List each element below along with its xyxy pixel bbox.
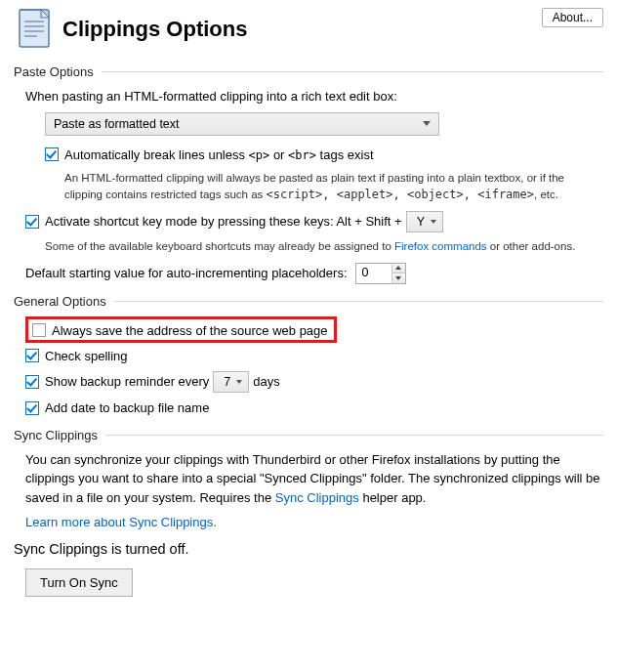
chevron-down-icon xyxy=(423,121,431,126)
check-spelling-checkbox[interactable] xyxy=(25,349,39,362)
turn-on-sync-button[interactable]: Turn On Sync xyxy=(25,568,133,597)
shortcut-key-select[interactable]: Y xyxy=(406,211,443,232)
add-date-label: Add date to backup file name xyxy=(45,399,209,418)
page-title: Clippings Options xyxy=(62,17,603,42)
check-spelling-label: Check spelling xyxy=(45,347,128,366)
sync-clippings-link[interactable]: Sync Clippings xyxy=(275,490,359,505)
backup-days-select[interactable]: 7 xyxy=(213,371,249,393)
learn-more-link[interactable]: Learn more about Sync Clippings. xyxy=(25,515,217,529)
paste-intro-label: When pasting an HTML-formatted clipping … xyxy=(25,87,603,106)
autoincr-value: 0 xyxy=(356,264,391,283)
chevron-down-icon xyxy=(431,220,436,224)
paste-format-value: Paste as formatted text xyxy=(54,117,180,131)
svg-rect-0 xyxy=(20,10,49,47)
chevron-down-icon xyxy=(236,380,242,384)
firefox-commands-link[interactable]: Firefox commands xyxy=(394,240,487,252)
clippings-app-icon xyxy=(14,8,53,51)
section-title-general: General Options xyxy=(14,294,106,309)
divider xyxy=(114,301,603,302)
highlight-box: Always save the address of the source we… xyxy=(25,316,337,343)
sync-status: Sync Clippings is turned off. xyxy=(14,541,603,557)
paste-format-select[interactable]: Paste as formatted text xyxy=(45,112,439,136)
always-save-checkbox[interactable] xyxy=(32,323,46,337)
add-date-checkbox[interactable] xyxy=(25,401,39,415)
divider xyxy=(102,71,603,72)
shortcut-key-value: Y xyxy=(417,213,425,231)
shortcut-checkbox[interactable] xyxy=(25,215,39,229)
autoincr-label: Default starting value for auto-incremen… xyxy=(25,264,348,283)
auto-break-checkbox[interactable] xyxy=(45,147,59,161)
about-button[interactable]: About... xyxy=(542,8,603,27)
backup-days-value: 7 xyxy=(224,373,230,392)
auto-break-hint: An HTML-formatted clipping will always b… xyxy=(64,170,603,203)
section-title-paste: Paste Options xyxy=(14,64,94,79)
autoincr-down[interactable] xyxy=(392,273,405,283)
section-title-sync: Sync Clippings xyxy=(14,428,98,442)
backup-reminder-checkbox[interactable] xyxy=(25,375,39,389)
shortcut-hint: Some of the available keyboard shortcuts… xyxy=(45,238,603,255)
auto-break-label: Automatically break lines unless <p> or … xyxy=(64,146,374,165)
shortcut-label: Activate shortcut key mode by pressing t… xyxy=(45,212,402,231)
autoincr-input[interactable]: 0 xyxy=(355,263,406,284)
autoincr-up[interactable] xyxy=(392,264,405,274)
sync-description: You can synchronize your clippings with … xyxy=(25,450,603,508)
backup-reminder-label-pre: Show backup reminder every xyxy=(45,372,209,392)
divider xyxy=(105,435,603,436)
backup-reminder-label-post: days xyxy=(253,372,279,392)
always-save-label: Always save the address of the source we… xyxy=(52,323,328,338)
